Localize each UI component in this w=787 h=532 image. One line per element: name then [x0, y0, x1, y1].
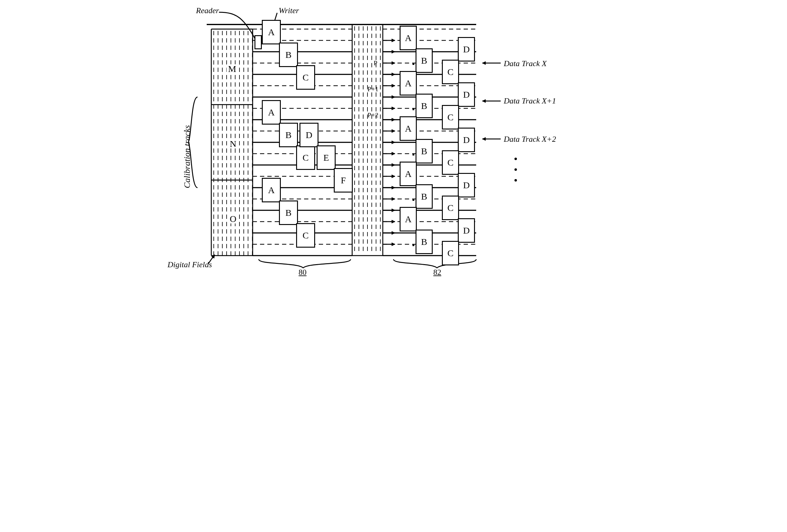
- r-c-3: C: [442, 196, 459, 220]
- r-a-0: A: [400, 26, 417, 50]
- r-b-4: B: [416, 229, 433, 254]
- r-d-0: D: [458, 37, 475, 62]
- p1-label: P+1: [367, 85, 379, 93]
- r-b-3: B: [416, 184, 433, 209]
- r-c-1: C: [442, 105, 459, 130]
- r-b-1: B: [416, 94, 433, 118]
- r-b-2: B: [416, 139, 433, 163]
- r-a-2: A: [400, 116, 417, 141]
- calibration-label: Calibration tracks: [182, 125, 192, 188]
- : [412, 108, 414, 110]
- left2b-box-F: F: [334, 168, 353, 193]
- digital-fields-label: Digital Fields: [168, 260, 212, 269]
- df-block-N: N: [228, 139, 238, 149]
- r-b-0: B: [416, 48, 433, 73]
- : [412, 63, 414, 65]
- r-a-1: A: [400, 71, 417, 95]
- df-block-M: M: [227, 64, 238, 73]
- ellipsis-dot: [514, 158, 517, 160]
- ref-80: 80: [299, 268, 306, 277]
- reader-label: Reader: [196, 6, 219, 15]
- left3-box-B: B: [279, 200, 298, 225]
- left-box-C: C: [296, 65, 315, 90]
- r-c-0: C: [442, 60, 459, 84]
- : [412, 244, 414, 246]
- left3-box-A: A: [262, 178, 281, 202]
- ellipsis-dot: [514, 168, 517, 171]
- r-d-2: D: [458, 128, 475, 152]
- r-a-4: A: [400, 207, 417, 231]
- ellipsis-dot: [514, 179, 517, 181]
- left-box-B: B: [279, 43, 298, 67]
- : [412, 199, 414, 201]
- left-box-A: A: [262, 20, 281, 44]
- data-track-x1: Data Track X+1: [504, 96, 556, 106]
- ref-82: 82: [433, 268, 441, 277]
- r-c-2: C: [442, 150, 459, 175]
- r-d-3: D: [458, 173, 475, 197]
- : [412, 154, 414, 155]
- writer-label: Writer: [279, 6, 299, 15]
- r-c-4: C: [442, 241, 459, 265]
- df-block-O: O: [228, 214, 238, 223]
- left2-box-A: A: [262, 100, 281, 125]
- left2-box-C: C: [296, 146, 315, 170]
- reader-head: [254, 35, 262, 49]
- p-label: P: [374, 59, 377, 67]
- r-d-1: D: [458, 82, 475, 107]
- left3-box-C: C: [296, 223, 315, 248]
- r-d-4: D: [458, 218, 475, 243]
- left2b-box-D: D: [299, 123, 318, 147]
- r-a-3: A: [400, 162, 417, 186]
- left2-box-B: B: [279, 123, 298, 147]
- data-track-x2: Data Track X+2: [504, 135, 556, 144]
- left2b-box-E: E: [317, 146, 336, 170]
- p2-label: P+2: [367, 111, 379, 119]
- data-track-x: Data Track X: [504, 59, 547, 68]
